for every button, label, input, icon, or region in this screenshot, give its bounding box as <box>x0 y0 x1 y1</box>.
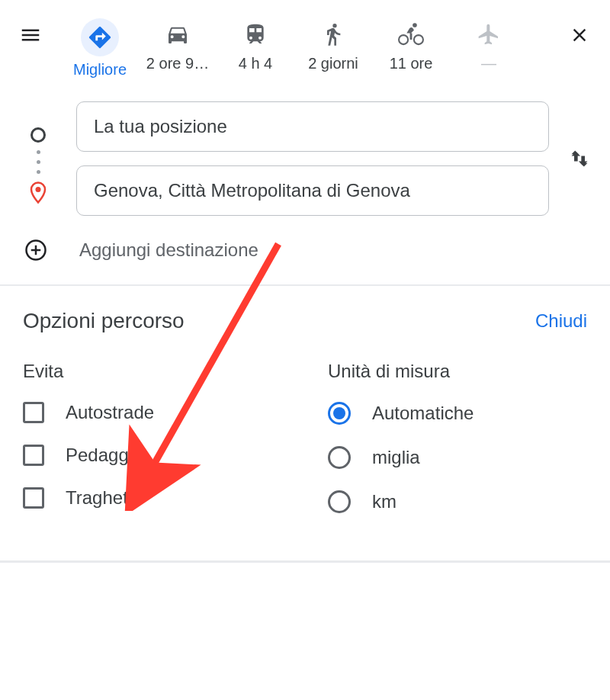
avoid-title: Evita <box>23 361 282 382</box>
checkbox-icon <box>23 487 44 509</box>
transit-icon <box>243 18 268 50</box>
swap-button[interactable] <box>564 143 595 174</box>
mode-bike-label: 11 ore <box>390 55 433 72</box>
add-destination-label: Aggiungi destinazione <box>79 239 258 261</box>
checkbox-icon <box>23 445 44 466</box>
mode-bike[interactable]: 11 ore <box>372 14 450 72</box>
menu-button[interactable] <box>15 20 46 50</box>
mode-transit-label: 4 h 4 <box>239 55 272 72</box>
units-auto-option[interactable]: Automatiche <box>328 402 587 425</box>
origin-marker-icon <box>30 127 46 143</box>
avoid-tolls-option[interactable]: Pedaggi <box>23 445 282 466</box>
close-button[interactable] <box>564 20 595 50</box>
units-km-option[interactable]: km <box>328 490 587 513</box>
mode-walk-label: 2 giorni <box>308 55 358 72</box>
svg-point-0 <box>36 187 41 192</box>
directions-icon <box>81 18 119 56</box>
hamburger-icon <box>19 24 42 47</box>
checkbox-icon <box>23 402 44 423</box>
car-icon <box>165 18 190 50</box>
plane-icon <box>477 18 501 50</box>
swap-icon <box>569 148 590 169</box>
mode-car-label: 2 ore 9… <box>146 55 209 72</box>
route-dots-icon <box>37 150 40 174</box>
avoid-highways-label: Autostrade <box>66 402 154 423</box>
units-km-label: km <box>372 491 396 512</box>
mode-transit[interactable]: 4 h 4 <box>217 14 294 72</box>
avoid-highways-option[interactable]: Autostrade <box>23 402 282 423</box>
units-column: Unità di misura Automatiche miglia km <box>328 361 587 535</box>
add-destination-button[interactable]: Aggiungi destinazione <box>0 216 610 284</box>
avoid-ferries-label: Traghetti <box>66 487 137 509</box>
section-divider <box>0 560 610 563</box>
mode-car[interactable]: 2 ore 9… <box>139 14 217 72</box>
radio-icon <box>328 446 351 469</box>
avoid-ferries-option[interactable]: Traghetti <box>23 487 282 509</box>
mode-best-label: Migliore <box>73 61 127 79</box>
close-icon <box>569 24 590 46</box>
units-miles-label: miglia <box>372 447 420 468</box>
units-auto-label: Automatiche <box>372 403 474 424</box>
plus-circle-icon <box>24 239 47 262</box>
walk-icon <box>321 18 345 50</box>
close-options-link[interactable]: Chiudi <box>535 310 587 332</box>
route-options-title: Opzioni percorso <box>23 309 185 333</box>
destination-input[interactable]: Genova, Città Metropolitana di Genova <box>76 165 549 216</box>
travel-modes: Migliore 2 ore 9… 4 h 4 2 giorni 11 ore <box>61 14 557 79</box>
mode-plane[interactable]: — <box>450 14 528 72</box>
route-markers <box>23 114 53 204</box>
origin-input[interactable]: La tua posizione <box>76 101 549 152</box>
avoid-tolls-label: Pedaggi <box>66 445 133 466</box>
destination-marker-icon <box>29 181 47 204</box>
units-title: Unità di misura <box>328 361 587 382</box>
mode-best[interactable]: Migliore <box>61 14 139 79</box>
mode-walk[interactable]: 2 giorni <box>294 14 372 72</box>
radio-icon <box>328 402 351 425</box>
avoid-column: Evita Autostrade Pedaggi Traghetti <box>23 361 282 535</box>
radio-icon <box>328 490 351 513</box>
mode-plane-label: — <box>481 55 496 72</box>
units-miles-option[interactable]: miglia <box>328 446 587 469</box>
bike-icon <box>398 18 424 50</box>
